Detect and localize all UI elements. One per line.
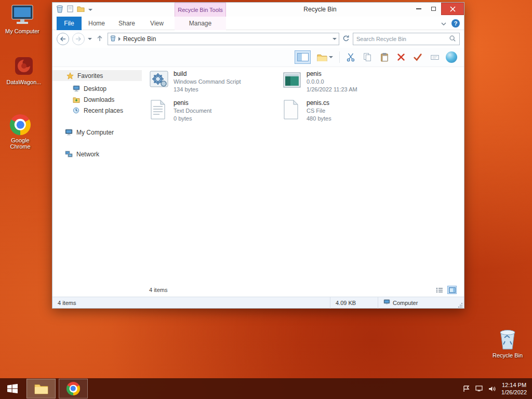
tab-file[interactable]: File	[57, 17, 82, 30]
file-item-penis-app[interactable]: penis 0.0.0.0 1/26/2022 11:23 AM	[282, 70, 409, 96]
file-type: Windows Command Script	[174, 78, 241, 86]
file-list[interactable]: build Windows Command Script 134 bytes p…	[142, 67, 464, 297]
desktop-icon-label: My Computer	[3, 28, 42, 34]
sidebar-item-label: My Computer	[76, 129, 114, 136]
paste-button[interactable]	[378, 50, 390, 64]
toolbar-separator	[339, 51, 340, 63]
title-bar[interactable]: Recycle Bin Tools Recycle Bin	[52, 3, 464, 17]
recent-locations-caret-icon[interactable]	[88, 38, 92, 40]
up-button[interactable]	[97, 35, 103, 43]
navigation-pane: Favorites Desktop Downloads Recent place…	[52, 67, 142, 297]
status-computer-icon	[383, 299, 390, 306]
cs-file-icon	[282, 99, 302, 120]
tab-manage[interactable]: Manage	[175, 17, 226, 30]
resize-grip[interactable]	[456, 297, 464, 309]
sidebar-item-network[interactable]: Network	[52, 149, 142, 159]
details-view-button[interactable]	[435, 286, 444, 294]
desktop-icon-label: Recycle Bin	[488, 352, 527, 358]
chrome-icon	[1, 114, 39, 135]
file-date: 1/26/2022 11:23 AM	[307, 86, 357, 94]
command-script-icon	[149, 70, 169, 91]
refresh-button[interactable]	[342, 35, 350, 44]
delete-button[interactable]	[395, 50, 407, 64]
close-button[interactable]	[441, 3, 464, 15]
copy-button[interactable]	[362, 50, 374, 64]
expand-ribbon-chevron-icon[interactable]	[441, 20, 446, 27]
file-item-penis-txt[interactable]: penis Text Document 0 bytes	[149, 99, 276, 125]
sidebar-item-favorites[interactable]: Favorites	[52, 70, 142, 81]
forward-button[interactable]	[72, 33, 85, 45]
recycle-bin-icon	[488, 327, 527, 350]
large-icons-view-button[interactable]	[447, 286, 457, 294]
contextual-tab-recycle-bin-tools[interactable]: Recycle Bin Tools	[175, 3, 226, 17]
window-controls	[411, 3, 464, 15]
address-bar[interactable]: Recycle Bin	[108, 33, 339, 45]
shell-button[interactable]	[446, 50, 458, 64]
clock-time: 12:14 PM	[501, 381, 527, 389]
explorer-window: Recycle Bin Tools Recycle Bin File Home …	[52, 2, 464, 309]
search-box[interactable]	[353, 33, 460, 45]
ribbon-right-controls: ?	[441, 17, 460, 30]
datawagon-icon	[2, 55, 46, 77]
sidebar-item-label: Downloads	[84, 96, 114, 103]
file-name: penis	[307, 70, 357, 78]
recent-places-icon	[72, 107, 80, 114]
delete-x-icon	[396, 52, 406, 62]
help-icon[interactable]: ?	[451, 19, 460, 28]
qat-customize-caret-icon[interactable]	[88, 9, 92, 11]
breadcrumb-chevron-icon[interactable]	[118, 37, 121, 41]
search-input[interactable]	[356, 36, 447, 42]
computer-icon	[65, 129, 73, 136]
sidebar-item-my-computer[interactable]: My Computer	[52, 127, 142, 138]
tab-view[interactable]: View	[142, 17, 172, 30]
network-tray-icon[interactable]	[475, 385, 483, 392]
status-total-size: 4.09 KB	[330, 297, 378, 309]
cut-icon	[346, 52, 355, 62]
volume-icon[interactable]	[488, 385, 496, 392]
confirm-button[interactable]	[412, 50, 424, 64]
sidebar-item-label: Favorites	[77, 72, 103, 79]
search-icon[interactable]	[449, 35, 456, 44]
rename-button[interactable]	[429, 50, 441, 64]
sidebar-item-label: Network	[76, 151, 99, 158]
file-item-build[interactable]: build Windows Command Script 134 bytes	[149, 70, 276, 96]
start-button[interactable]	[0, 378, 25, 399]
windows-logo-icon	[7, 383, 18, 394]
back-button[interactable]	[57, 33, 69, 45]
qat-new-folder-icon[interactable]	[77, 6, 85, 14]
file-type: Text Document	[174, 107, 211, 115]
sidebar-item-downloads[interactable]: Downloads	[52, 94, 142, 105]
new-folder-button[interactable]	[315, 50, 335, 64]
shell-sphere-icon	[446, 51, 457, 63]
desktop-icon-label: DataWagon...	[2, 79, 46, 85]
desktop-icon-my-computer[interactable]: My Computer	[3, 4, 42, 34]
desktop-icon-recycle-bin[interactable]: Recycle Bin	[488, 327, 527, 358]
qat-properties-icon[interactable]	[67, 5, 73, 14]
maximize-button[interactable]	[426, 3, 441, 15]
desktop-icon-label: Google Chrome	[1, 137, 39, 150]
desktop-icon-google-chrome[interactable]: Google Chrome	[1, 114, 39, 150]
application-icon	[282, 70, 302, 91]
desktop-icon-datawagon[interactable]: DataWagon...	[2, 55, 46, 85]
preview-pane-button[interactable]	[295, 50, 311, 64]
sidebar-item-desktop[interactable]: Desktop	[52, 83, 142, 94]
taskbar-button-chrome[interactable]	[59, 379, 88, 398]
taskbar: 12:14 PM 1/26/2022	[0, 378, 532, 399]
taskbar-button-file-explorer[interactable]	[26, 379, 56, 398]
file-item-penis-cs[interactable]: penis.cs CS File 480 bytes	[282, 99, 409, 125]
items-count-row: 4 items	[142, 283, 464, 297]
tab-home[interactable]: Home	[82, 17, 112, 30]
file-size: 480 bytes	[307, 115, 331, 123]
cut-button[interactable]	[344, 50, 356, 64]
sidebar-item-recent-places[interactable]: Recent places	[52, 105, 142, 116]
address-recycle-bin-icon	[110, 35, 116, 43]
status-items-count: 4 items	[52, 300, 76, 306]
desktop: { "colors": { "desktop_base": "#cb4413",…	[0, 0, 532, 399]
taskbar-clock[interactable]: 12:14 PM 1/26/2022	[501, 381, 527, 396]
address-dropdown-caret-icon[interactable]	[332, 38, 337, 40]
breadcrumb-location[interactable]: Recycle Bin	[123, 35, 156, 43]
new-folder-caret-icon	[329, 56, 333, 58]
action-center-flag-icon[interactable]	[463, 385, 470, 392]
minimize-button[interactable]	[411, 3, 426, 15]
tab-share[interactable]: Share	[112, 17, 142, 30]
